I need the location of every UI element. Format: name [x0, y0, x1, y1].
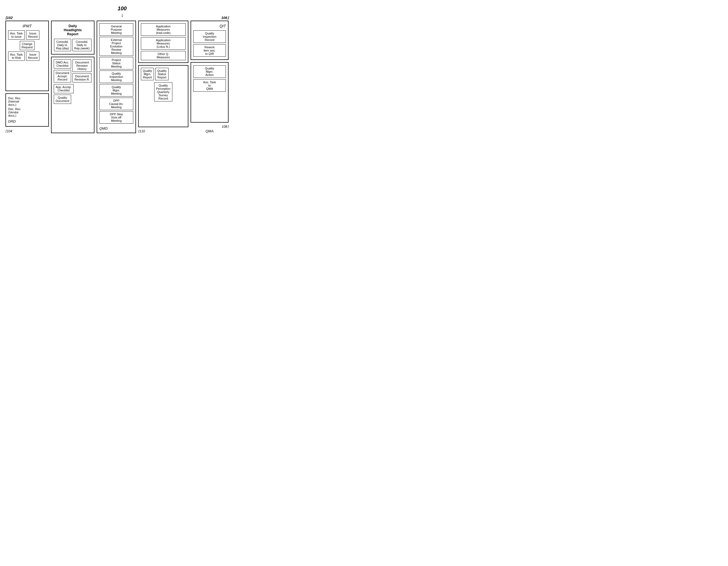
doc-revision-r: DocumentRevision R.	[72, 73, 91, 82]
issue-record-2: IssueRecord	[26, 52, 39, 61]
ass-task-qma: Ass. TasktoQMA	[193, 79, 226, 92]
quality-status-report: QualityStatusReport	[155, 68, 168, 80]
quality-inspection-meeting: QualityInspectionMeeting	[99, 71, 133, 83]
quality-perception-survey: QualityPerceptionQuarterlySurveyRecord	[154, 82, 172, 101]
quality-document: QualityDocument	[54, 95, 71, 104]
dmo-acc-checklist: DMO Acc.Checklist	[54, 59, 71, 69]
general-purpose-meeting: GeneralPurposeMeeting	[99, 23, 133, 36]
dmo-right-col: DocumentRevisionHistory DocumentRevision…	[72, 59, 91, 82]
ipmt-title: IPMT	[8, 24, 46, 28]
diagram-number: 100	[118, 5, 126, 11]
quality-mgm-action: QualityMgm.Action	[193, 65, 226, 78]
qmd-label: QMD	[99, 125, 133, 131]
diagram-container: 100 ↓ ⌊102 IPMT Ass. Taskto issue IssueR…	[5, 5, 239, 133]
dpp-causal-meeting: DPPCausal An.Meeting	[99, 98, 133, 110]
qma-label: QMA	[191, 129, 229, 133]
qma-box: QualityMgm.Action Ass. TasktoQMA	[191, 62, 229, 123]
document-accept-record: DocumentAccept.Record	[54, 70, 71, 82]
quality-reports-box: QualityMgm.Report QualityStatusReport Qu…	[138, 65, 188, 127]
app-measures-box: ApplicationMeasures(trad.code) Applicati…	[138, 21, 188, 63]
app-measures-lotus: ApplicationMeasures(Lotus N.)	[141, 37, 186, 50]
section-qmd: GeneralPurposeMeeting ExternalProjectEvo…	[97, 21, 136, 133]
ipmt-row3: Ass. Taskto Risk IssueRecord	[8, 52, 46, 61]
daily-headlights-box: DailyHeadlightsReport Consolid.Daily H.R…	[51, 21, 94, 55]
daily-headlights-title: DailyHeadlightsReport	[54, 24, 92, 36]
section-102: ⌊102 IPMT Ass. Taskto issue IssueRecord …	[5, 21, 49, 133]
app-quality-row: App. Accep.Checklist QualityDocument	[54, 84, 92, 104]
external-project-evolution: ExternalProjectEvolutionReviewMeeting	[99, 37, 133, 56]
ipmt-row2: ChangeRequest	[8, 41, 46, 50]
doc-rec-internal: Doc. Rec.(Internaldocs.)	[8, 97, 46, 106]
consolid-day: Consolid.Daily H.Rep.(day)	[54, 39, 71, 51]
label-104: ⌈104	[5, 129, 49, 133]
doc-revision-history: DocumentRevisionHistory	[72, 59, 91, 72]
label-110: ⌈110	[138, 129, 188, 133]
section-110: ApplicationMeasures(trad.code) Applicati…	[138, 21, 188, 133]
app-accep-checklist: App. Accep.Checklist	[54, 84, 74, 93]
project-status-meeting: ProjectStatusMeeting	[99, 57, 133, 69]
section-daily: DailyHeadlightsReport Consolid.Daily H.R…	[51, 21, 94, 133]
dmo-row: DMO Acc.Checklist DocumentAccept.Record …	[54, 59, 92, 82]
qit-title: QIT	[193, 24, 226, 28]
dpp-step-kickoff: DPP StepKick-offMeeting	[99, 111, 133, 124]
app-measures-trad: ApplicationMeasures(trad.code)	[141, 23, 186, 36]
quality-reports-row: QualityMgm.Report QualityStatusReport	[141, 68, 186, 80]
other-q-measures: Other Q.Measures	[141, 51, 186, 60]
drd-label: DRD	[8, 119, 46, 123]
ass-task-to-issue: Ass. Taskto issue	[8, 30, 25, 40]
document-box: DMO Acc.Checklist DocumentAccept.Record …	[51, 57, 94, 133]
consolid-week: Consolid.Daily H.Rep.(week)	[72, 39, 91, 51]
dmo-left-col: DMO Acc.Checklist DocumentAccept.Record	[54, 59, 71, 82]
qit-box: QIT QualityInspectionRecord Reworkitem a…	[191, 21, 229, 60]
doc-rec-vendor: Doc. Rec.(Vendordocs.)	[8, 107, 46, 117]
quality-mgm-report: QualityMgm.Report	[141, 68, 154, 80]
ipmt-box: IPMT Ass. Taskto issue IssueRecord Chang…	[5, 21, 49, 91]
issue-record-1: IssueRecord	[26, 30, 39, 40]
section-106: 106⌋ QIT QualityInspectionRecord Reworki…	[191, 21, 229, 133]
consolid-row: Consolid.Daily H.Rep.(day) Consolid.Dail…	[54, 39, 92, 51]
label-102: ⌊102	[5, 16, 13, 20]
quality-inspection-record: QualityInspectionRecord	[193, 30, 226, 43]
label-108: 108⌉	[191, 125, 229, 129]
drd-box: Doc. Rec.(Internaldocs.) Doc. Rec.(Vendo…	[5, 93, 49, 127]
ipmt-row1: Ass. Taskto issue IssueRecord	[8, 30, 46, 40]
quality-mgm-meeting: QualityMgm.Meeting	[99, 84, 133, 97]
change-request: ChangeRequest	[20, 41, 35, 50]
quality-perception-row: QualityPerceptionQuarterlySurveyRecord	[141, 82, 186, 101]
rework-item-qir: Reworkitem ass.to QIR	[193, 44, 226, 57]
ass-task-to-risk: Ass. Taskto Risk	[8, 52, 25, 61]
label-106: 106⌋	[221, 16, 229, 20]
